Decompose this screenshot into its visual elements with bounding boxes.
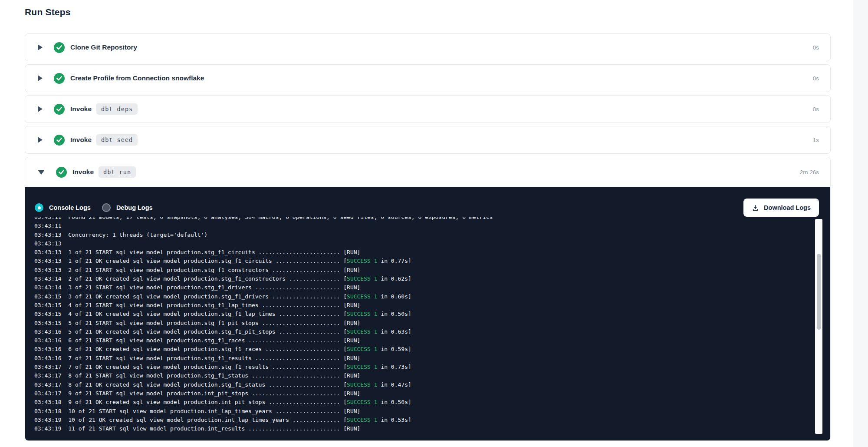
run-steps-page: Run Steps Clone Git Repository 0s Create…	[0, 0, 868, 447]
log-panel-header: Console Logs Debug Logs Download Logs	[25, 187, 830, 217]
success-check-icon	[54, 104, 65, 115]
download-logs-button[interactable]: Download Logs	[743, 199, 819, 217]
step-title: Clone Git Repository	[70, 43, 137, 51]
page-title: Run Steps	[25, 7, 71, 17]
log-line: 03:43:11 Found 21 models, 17 tests, 0 sn…	[34, 217, 811, 222]
step-duration: 0s	[813, 106, 819, 113]
collapse-caret-icon[interactable]	[38, 170, 45, 175]
log-line: 03:43:17 8 of 21 START sql view model pr…	[34, 371, 811, 380]
log-line: 03:43:16 6 of 21 OK created sql view mod…	[34, 345, 811, 354]
radio-unselected-icon[interactable]	[102, 203, 111, 212]
log-line: 03:43:15 5 of 21 START sql view model pr…	[34, 319, 811, 328]
step-card[interactable]: Clone Git Repository 0s	[25, 33, 831, 61]
log-line: 03:43:18 9 of 21 OK created sql view mod…	[34, 398, 811, 407]
step-command-badge: dbt deps	[96, 103, 138, 115]
log-line: 03:43:14 2 of 21 OK created sql view mod…	[34, 275, 811, 283]
step-title: Invoke	[70, 136, 92, 144]
log-lines: 03:43:11 Found 21 models, 17 tests, 0 sn…	[34, 217, 811, 433]
log-viewport[interactable]: 03:43:11 Found 21 models, 17 tests, 0 sn…	[25, 217, 811, 441]
log-line: 03:43:13	[34, 239, 811, 248]
log-line: 03:43:14 3 of 21 START sql view model pr…	[34, 283, 811, 292]
log-line: 03:43:18 10 of 21 START sql view model p…	[34, 407, 811, 416]
log-line: 03:43:16 5 of 21 OK created sql view mod…	[34, 328, 811, 336]
console-logs-label: Console Logs	[49, 204, 91, 211]
step-card[interactable]: Invoke dbt deps 0s	[25, 95, 831, 123]
log-line: 03:43:15 3 of 21 OK created sql view mod…	[34, 292, 811, 301]
expand-caret-icon[interactable]	[38, 106, 43, 112]
success-check-icon	[54, 73, 65, 84]
log-line: 03:43:15 4 of 21 OK created sql view mod…	[34, 310, 811, 318]
step-duration: 2m 26s	[800, 169, 819, 175]
log-line: 03:43:13 Concurrency: 1 threads (target=…	[34, 231, 811, 239]
step-command-badge: dbt run	[99, 166, 136, 178]
success-check-icon	[56, 167, 67, 178]
log-line: 03:43:16 6 of 21 START sql view model pr…	[34, 336, 811, 345]
right-page-strip	[853, 0, 868, 447]
step-title: Invoke	[72, 168, 94, 176]
log-line: 03:43:19 11 of 21 START sql view model p…	[34, 424, 811, 433]
log-line: 03:43:13 2 of 21 START sql view model pr…	[34, 266, 811, 275]
debug-logs-label: Debug Logs	[116, 204, 153, 211]
success-check-icon	[54, 135, 65, 146]
success-check-icon	[54, 42, 65, 53]
log-line: 03:43:17 7 of 21 OK created sql view mod…	[34, 363, 811, 371]
scrollbar-thumb[interactable]	[817, 254, 821, 330]
step-header[interactable]: Invoke dbt run 2m 26s	[25, 157, 830, 187]
download-logs-label: Download Logs	[764, 204, 811, 211]
step-command-badge: dbt seed	[96, 134, 138, 146]
log-line: 03:43:16 7 of 21 START sql view model pr…	[34, 354, 811, 363]
expand-caret-icon[interactable]	[38, 44, 43, 50]
log-line: 03:43:17 9 of 21 START sql view model pr…	[34, 389, 811, 398]
log-line: 03:43:15 4 of 21 START sql view model pr…	[34, 301, 811, 310]
expand-caret-icon[interactable]	[38, 75, 43, 81]
debug-logs-radio[interactable]: Debug Logs	[102, 203, 153, 212]
console-log-panel: Console Logs Debug Logs Download Logs 0	[25, 187, 830, 441]
step-card[interactable]: Create Profile from Connection snowflake…	[25, 64, 831, 92]
step-duration: 1s	[813, 137, 819, 143]
download-icon	[752, 204, 759, 212]
step-title: Invoke	[70, 105, 92, 113]
steps-list: Clone Git Repository 0s Create Profile f…	[25, 33, 831, 444]
step-duration: 0s	[813, 75, 819, 82]
log-line: 03:43:17 8 of 21 OK created sql view mod…	[34, 381, 811, 389]
expand-caret-icon[interactable]	[38, 137, 43, 143]
step-card-dbt-run: Invoke dbt run 2m 26s Console Logs Debug…	[25, 157, 831, 441]
scrollbar-track[interactable]	[815, 219, 822, 434]
log-line: 03:43:13 1 of 21 START sql view model pr…	[34, 248, 811, 257]
log-line: 03:43:19 10 of 21 OK created sql view mo…	[34, 416, 811, 424]
step-duration: 0s	[813, 44, 819, 51]
step-card[interactable]: Invoke dbt seed 1s	[25, 126, 831, 154]
step-title: Create Profile from Connection snowflake	[70, 74, 204, 82]
log-line: 03:43:13 1 of 21 OK created sql view mod…	[34, 257, 811, 265]
console-logs-radio[interactable]: Console Logs	[35, 203, 91, 212]
radio-selected-icon[interactable]	[35, 203, 43, 212]
log-line: 03:43:11	[34, 222, 811, 230]
